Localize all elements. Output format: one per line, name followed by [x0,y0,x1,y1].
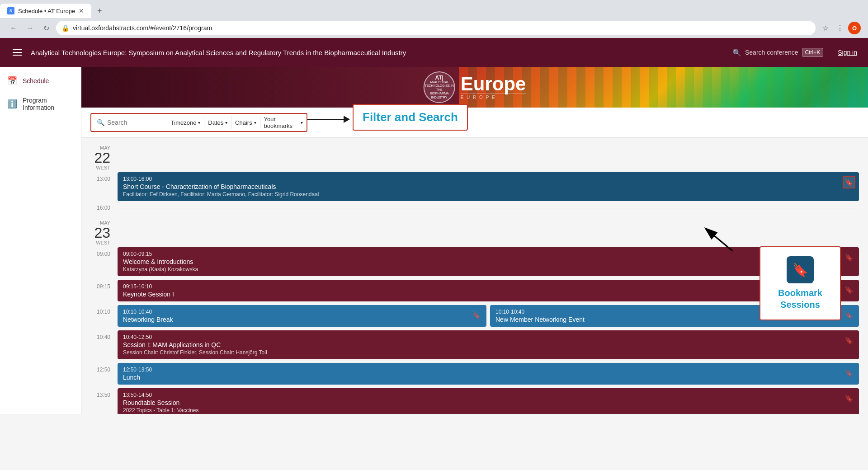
session-time: 09:15-10:10 [123,283,841,290]
lock-icon: 🔒 [61,24,69,32]
bookmark-button-roundtable[interactable]: 🔖 [843,392,855,404]
session-subtitle: Session Chair: Christof Finkler, Session… [123,349,841,356]
time-row-1010: 10:10 10:10-10:40 Networking Break 🔖 [90,305,859,329]
dates-filter-button[interactable]: Dates ▾ [204,118,231,128]
session-lunch[interactable]: 12:50-13:50 Lunch 🔖 [118,363,859,385]
session-time: 10:40-12:50 [123,334,841,340]
session-subtitle: Katarzyna (Kasia) Kozakowska [123,266,841,273]
sidebar-program-label: Program Information [23,97,74,111]
chairs-filter-button[interactable]: Chairs ▾ [231,118,260,128]
day-section-may23: MAY 23 WEST 09:00 09:00-09:15 W [90,213,859,414]
session-networking-break[interactable]: 10:10-10:40 Networking Break 🔖 [118,305,486,327]
sign-in-link[interactable]: Sign in [838,49,857,56]
sidebar: 📅 Schedule ℹ️ Program Information [0,67,81,414]
nav-forward-button[interactable]: → [24,22,36,34]
dates-chevron-icon: ▾ [225,120,227,125]
header-search-icon: 🔍 [732,48,741,57]
time-row-0915: 09:15 09:15-10:10 Keynote Session I 🔖 [90,280,859,303]
session-welcome[interactable]: 09:00-09:15 Welcome & Introductions Kata… [118,247,859,276]
time-row-1600: 16:00 [90,205,859,211]
bookmark-button-mam[interactable]: 🔖 [843,334,855,347]
bookmark-icon: 🔖 [844,311,854,320]
tab-favicon: S [7,7,14,14]
header-search-area[interactable]: 🔍 Search conference Ctrl+K [732,48,823,57]
banner-brand-text: Europe E U R O P E [461,75,526,100]
bookmark-button-lunch[interactable]: 🔖 [843,367,855,379]
session-short-course[interactable]: 13:00-16:00 Short Course - Characterizat… [118,172,859,201]
address-bar[interactable]: 🔒 virtual.oxfordabstracts.com/#/event/27… [56,21,816,35]
sessions-1350: 13:50-14:50 Roundtable Session 2022 Topi… [118,388,859,414]
sidebar-item-schedule[interactable]: 📅 Schedule [0,70,81,91]
session-title: Lunch [123,374,841,381]
sidebar-schedule-label: Schedule [23,77,49,85]
bookmarks-filter-button[interactable]: Your bookmarks ▾ [260,114,307,131]
bookmark-annotation-area: 🔖 Bookmark Sessions [760,246,841,320]
bookmark-sessions-text: Bookmark Sessions [769,287,831,310]
bookmark-arrow-svg [687,219,741,255]
filter-and-search-annotation: Filter and Search [353,104,468,131]
hamburger-menu[interactable] [11,47,24,57]
may23-day-number: 23 [90,226,110,240]
sidebar-item-program-info[interactable]: ℹ️ Program Information [0,91,81,117]
session-title: Roundtable Session [123,399,841,406]
day-section-may22: MAY 22 WEST 13:00 13:00-16:00 S [90,138,859,211]
session-roundtable[interactable]: 13:50-14:50 Roundtable Session 2022 Topi… [118,388,859,414]
new-tab-button[interactable]: + [93,5,106,17]
time-label-1010: 10:10 [90,305,118,315]
time-label-1250: 12:50 [90,363,118,373]
event-banner: AT| ANALYTICALTECHNOLOGIES IN THEBIOPHAR… [81,67,868,108]
info-icon: ℹ️ [7,99,17,109]
session-mam[interactable]: 10:40-12:50 Session I: MAM Applications … [118,330,859,359]
time-label-1600: 16:00 [90,205,118,211]
time-label-1300: 13:00 [90,172,118,182]
sessions-1040: 10:40-12:50 Session I: MAM Applications … [118,330,859,361]
bookmark-icon: 🔖 [844,286,854,294]
profile-avatar[interactable]: O [848,22,861,34]
tab-close-button[interactable]: ✕ [79,7,84,14]
session-time: 13:00-16:00 [123,176,841,182]
nav-refresh-button[interactable]: ↻ [40,22,52,34]
main-content: AT| ANALYTICALTECHNOLOGIES IN THEBIOPHAR… [81,67,868,414]
sessions-1010: 10:10-10:40 Networking Break 🔖 10:10-10:… [118,305,859,329]
sessions-1250: 12:50-13:50 Lunch 🔖 [118,363,859,386]
time-row-0900: 09:00 09:00-09:15 Welcome & Introduction… [90,247,859,278]
header-search-text: Search conference [745,49,798,56]
timezone-filter-button[interactable]: Timezone ▾ [167,118,204,128]
bookmark-sessions-icon: 🔖 [793,263,808,277]
tab-title: Schedule • AT Europe [18,8,75,14]
app-header-title: Analytical Technologies Europe: Symposiu… [31,49,725,56]
may23-week-label: WEST [90,240,110,245]
bookmarks-chevron-icon: ▾ [301,120,303,125]
time-row-1350: 13:50 13:50-14:50 Roundtable Session 202… [90,388,859,414]
sessions-1300: 13:00-16:00 Short Course - Characterizat… [118,172,859,203]
bookmark-button-short-course[interactable]: 🔖 [843,176,855,188]
bookmark-star-icon[interactable]: ☆ [819,22,832,34]
filter-arrow [307,116,350,123]
time-row-1040: 10:40 10:40-12:50 Session I: MAM Applica… [90,330,859,361]
search-field[interactable]: 🔍 [91,116,167,129]
browser-menu-icon[interactable]: ⋮ [834,22,846,34]
bookmark-button-new-member[interactable]: 🔖 [843,309,855,321]
time-label-0900: 09:00 [90,247,118,257]
bookmark-icon: 🔖 [844,394,854,403]
nav-back-button[interactable]: ← [7,22,20,34]
bookmark-button-networking[interactable]: 🔖 [470,309,483,321]
session-title: Short Course - Characterization of Bioph… [123,183,841,190]
calendar-icon: 📅 [7,76,17,86]
may22-day-number: 22 [90,150,110,165]
search-input[interactable] [107,119,161,126]
time-label-1040: 10:40 [90,330,118,340]
url-text: virtual.oxfordabstracts.com/#/event/2716… [73,24,810,32]
bookmark-icon: 🔖 [472,311,481,320]
session-keynote[interactable]: 09:15-10:10 Keynote Session I 🔖 [118,280,859,301]
session-time: 13:50-14:50 [123,392,841,398]
session-title: Keynote Session I [123,291,841,298]
bookmark-button-keynote[interactable]: 🔖 [843,283,855,296]
filter-and-search-text: Filter and Search [363,110,458,124]
chairs-chevron-icon: ▾ [254,120,256,125]
bookmark-icon: 🔖 [844,178,854,187]
filter-bar: 🔍 Timezone ▾ Dates ▾ [90,113,307,132]
bookmark-button-welcome[interactable]: 🔖 [843,251,855,263]
keyboard-shortcut-badge: Ctrl+K [802,48,824,57]
browser-tab[interactable]: S Schedule • AT Europe ✕ [0,4,91,18]
